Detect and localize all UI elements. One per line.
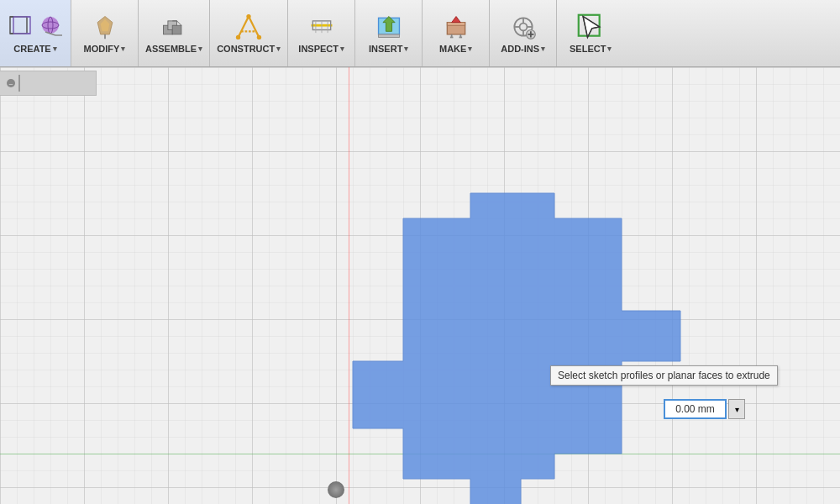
svg-point-6 [42, 17, 59, 34]
toolbar-group-add-ins[interactable]: ADD-INS ▾ [490, 0, 557, 66]
assemble-label: ASSEMBLE ▾ [145, 44, 202, 54]
svg-rect-32 [378, 34, 399, 37]
create-sketch-icon [7, 13, 34, 40]
make-label: MAKE ▾ [439, 44, 472, 54]
toolbar-group-select[interactable]: SELECT ▾ [557, 0, 624, 66]
add-ins-icons [510, 13, 537, 40]
svg-rect-1 [13, 17, 30, 34]
panel-divider [18, 75, 20, 92]
extrude-profile [336, 176, 706, 504]
select-icons [577, 13, 604, 40]
select-label: SELECT ▾ [570, 44, 612, 54]
toolbar-group-insert[interactable]: INSERT ▾ [355, 0, 423, 66]
tooltip-text: Select sketch profiles or planar faces t… [558, 370, 770, 381]
toolbar-group-construct[interactable]: CONSTRUCT ▾ [210, 0, 288, 66]
svg-line-18 [177, 20, 181, 24]
dimension-unit-dropdown[interactable]: ▾ [728, 399, 745, 419]
construct-icon [235, 13, 262, 40]
toolbar-group-assemble[interactable]: ASSEMBLE ▾ [139, 0, 210, 66]
insert-icon [375, 13, 402, 40]
assemble-icons [160, 13, 187, 40]
select-icon [577, 13, 604, 40]
inspect-icons [308, 13, 335, 40]
svg-marker-39 [451, 16, 460, 22]
panel-collapse-button[interactable]: – [7, 79, 15, 87]
insert-icons [375, 13, 402, 40]
toolbar-group-inspect[interactable]: INSPECT ▾ [288, 0, 355, 66]
modify-icon [92, 13, 118, 40]
extrude-tooltip: Select sketch profiles or planar faces t… [550, 365, 778, 386]
modify-icons [92, 13, 118, 40]
svg-rect-16 [172, 25, 181, 34]
add-ins-icon [510, 13, 537, 40]
toolbar-group-create[interactable]: CREATE ▾ [0, 0, 71, 66]
make-icon [443, 13, 470, 40]
canvas-area: Select sketch profiles or planar faces t… [0, 67, 840, 504]
svg-rect-0 [10, 17, 27, 34]
dimension-input[interactable] [664, 399, 727, 419]
toolbar: CREATE ▾ MODIFY ▾ [0, 0, 840, 67]
inspect-label: INSPECT ▾ [298, 44, 344, 54]
create-label: CREATE ▾ [13, 44, 56, 54]
svg-point-41 [519, 23, 527, 30]
create-icons [7, 13, 64, 40]
svg-line-20 [249, 16, 259, 37]
sketch-shape[interactable] [336, 176, 706, 504]
svg-line-19 [239, 16, 249, 37]
assemble-icon [160, 13, 187, 40]
construct-label: CONSTRUCT ▾ [217, 44, 281, 54]
toolbar-group-modify[interactable]: MODIFY ▾ [71, 0, 139, 66]
svg-point-24 [257, 34, 261, 39]
side-panel[interactable]: – [0, 71, 97, 96]
add-ins-label: ADD-INS ▾ [501, 44, 545, 54]
make-icons [443, 13, 470, 40]
inspect-icon [308, 13, 335, 40]
toolbar-group-make[interactable]: MAKE ▾ [423, 0, 490, 66]
origin-indicator [328, 481, 344, 498]
svg-point-22 [246, 13, 250, 18]
dimension-input-container: ▾ [664, 399, 745, 419]
insert-label: INSERT ▾ [369, 44, 408, 54]
svg-point-23 [236, 34, 240, 39]
modify-label: MODIFY ▾ [84, 44, 126, 54]
create-solid-icon [37, 13, 64, 40]
construct-icons [235, 13, 262, 40]
svg-rect-34 [447, 22, 465, 25]
